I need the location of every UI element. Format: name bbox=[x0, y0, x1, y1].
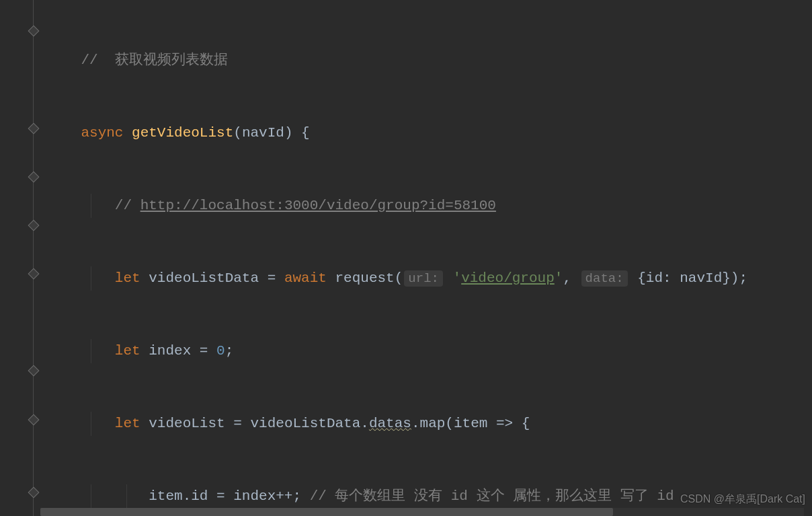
number-literal: 0 bbox=[216, 343, 225, 359]
code-text: {id: navId}); bbox=[629, 270, 747, 286]
parameter-hint: data: bbox=[581, 270, 628, 287]
fold-marker-icon[interactable] bbox=[28, 26, 40, 37]
code-line: let index = 0; bbox=[47, 339, 812, 363]
fold-marker-icon[interactable] bbox=[28, 365, 40, 377]
comment-text: // bbox=[115, 198, 140, 213]
keyword: let bbox=[115, 270, 140, 286]
parameter: navId bbox=[242, 125, 284, 141]
fold-marker-icon[interactable] bbox=[28, 172, 40, 183]
code-text: ; bbox=[225, 343, 234, 359]
fold-marker-icon[interactable] bbox=[28, 123, 40, 135]
code-line: // http://localhost:3000/video/group?id=… bbox=[47, 194, 812, 218]
parameter-hint: url: bbox=[404, 270, 443, 287]
fold-marker-icon[interactable] bbox=[28, 268, 40, 280]
string-quote: ' bbox=[555, 270, 563, 286]
code-text: .map(item => { bbox=[411, 416, 530, 431]
watermark-text: CSDN @牟泉禹[Dark Cat] bbox=[680, 492, 805, 507]
code-text: , bbox=[563, 270, 579, 286]
code-text: index = bbox=[140, 343, 216, 359]
code-text: videoList = videoListData. bbox=[140, 416, 369, 431]
string-quote: ' bbox=[444, 270, 461, 286]
code-editor[interactable]: // 获取视频列表数据 async getVideoList(navId) { … bbox=[0, 0, 812, 516]
comment-text: // 获取视频列表数据 bbox=[81, 52, 227, 68]
code-line: let videoListData = await request(url: '… bbox=[47, 266, 812, 291]
comment-text: // 每个数组里 没有 id 这个 属性，那么这里 写了 id bbox=[310, 488, 674, 504]
horizontal-scrollbar[interactable] bbox=[40, 508, 804, 516]
keyword: async bbox=[81, 125, 123, 141]
code-content[interactable]: // 获取视频列表数据 async getVideoList(navId) { … bbox=[40, 0, 812, 516]
code-line: async getVideoList(navId) { bbox=[47, 121, 812, 145]
gutter bbox=[0, 0, 40, 516]
variable: videoListData bbox=[149, 270, 259, 286]
code-text: request( bbox=[327, 270, 403, 286]
fold-marker-icon[interactable] bbox=[28, 414, 40, 426]
code-line: // 获取视频列表数据 bbox=[47, 48, 812, 73]
scrollbar-thumb[interactable] bbox=[40, 508, 613, 516]
fold-marker-icon[interactable] bbox=[28, 220, 40, 231]
code-text: = bbox=[259, 270, 284, 286]
string-literal: video/group bbox=[461, 270, 555, 286]
code-text: item.id = index++; bbox=[149, 488, 309, 504]
fold-marker-icon[interactable] bbox=[28, 487, 40, 499]
code-line: let videoList = videoListData.datas.map(… bbox=[47, 412, 812, 436]
keyword: let bbox=[115, 343, 140, 359]
keyword: let bbox=[115, 416, 140, 431]
function-name: getVideoList bbox=[132, 125, 233, 141]
code-text: ) { bbox=[284, 125, 310, 141]
warning-text: datas bbox=[369, 416, 411, 431]
comment-url: http://localhost:3000/video/group?id=581… bbox=[140, 198, 496, 213]
keyword: await bbox=[284, 270, 327, 286]
